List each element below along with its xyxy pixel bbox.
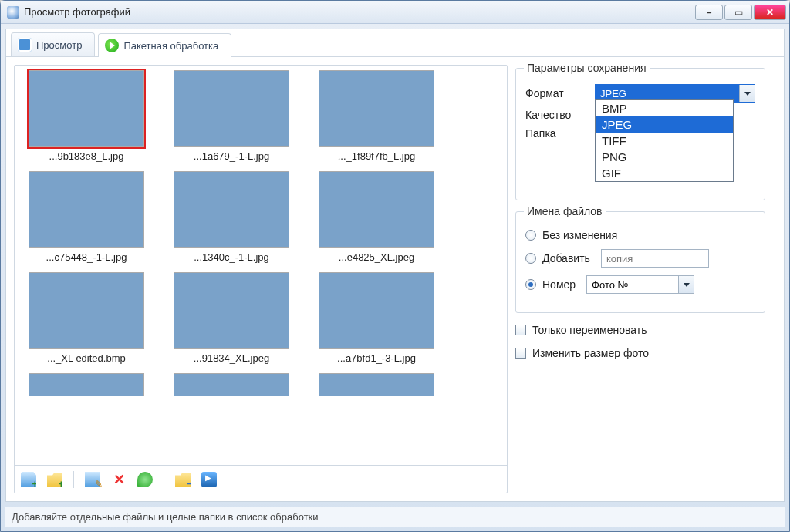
thumbnail-filename: ...a7bfd1_-3-L.jpg [312,352,441,364]
app-icon [7,6,19,19]
edit-icon[interactable] [85,472,100,487]
titlebar: Просмотр фотографий [1,1,789,24]
delete-icon[interactable]: ✕ [111,472,127,487]
combo-number-template[interactable]: Фото № [586,275,694,294]
thumbnail-grid[interactable]: ...9b183e8_L.jpg...1a679_-1-L.jpg..._1f8… [15,66,507,465]
label-folder: Папка [525,127,586,140]
dropdown-format[interactable]: BMPJPEGTIFFPNGGIF [595,99,734,182]
input-append-value: копия [606,253,633,264]
radio-keep-label: Без изменения [542,229,617,241]
thumbnail-item[interactable] [312,373,441,399]
app-window: Просмотр фотографий Просмотр Пакетная об… [0,0,790,532]
group-save-params: Параметры сохранения Формат JPEG BMPJPEG… [515,68,765,200]
thumbnail-item[interactable]: ...91834_XL.jpeg [167,272,295,364]
thumbnail-item[interactable] [167,373,295,399]
checkbox-rename-only-label: Только переименовать [532,324,647,336]
group-filenames: Имена файлов Без изменения Добавить копи… [515,211,765,313]
dropdown-option[interactable]: BMP [596,100,733,116]
thumbnail-image [29,70,144,147]
chevron-down-icon [739,85,755,102]
thumbnail-panel: ...9b183e8_L.jpg...1a679_-1-L.jpg..._1f8… [14,65,508,493]
thumbnail-filename: ...1a679_-1-L.jpg [167,150,295,162]
thumbnail-image [319,171,434,248]
thumbnail-image [174,70,289,147]
thumbnail-toolbar: ✕ [15,465,507,493]
thumbnail-item[interactable]: ...e4825_XL.jpeg [312,171,441,263]
window-title: Просмотр фотографий [24,6,695,18]
dropdown-option[interactable]: TIFF [596,133,733,149]
radio-keep[interactable] [525,230,536,241]
thumbnail-image [29,373,144,396]
checkbox-rename-only[interactable] [515,325,526,335]
toolbar-separator [73,471,74,488]
thumbnail-filename: ...c75448_-1-L.jpg [22,251,150,263]
chevron-down-icon [678,276,694,293]
thumbnail-image [29,272,144,349]
tab-view[interactable]: Просмотр [11,32,95,56]
run-icon[interactable] [201,472,217,487]
thumbnail-image [174,272,289,349]
thumbnail-item[interactable]: ...1a679_-1-L.jpg [167,70,295,162]
tab-batch-label: Пакетная обработка [123,40,218,52]
dropdown-option[interactable]: PNG [596,149,733,165]
status-text: Добавляйте отдельные файлы и целые папки… [12,511,319,523]
play-icon [105,39,119,52]
window-minimize-button[interactable] [695,5,723,20]
label-format: Формат [525,87,586,99]
thumbnail-item[interactable] [22,373,150,399]
status-bar: Добавляйте отдельные файлы и целые папки… [5,507,785,527]
window-close-button[interactable] [754,5,786,20]
window-maximize-button[interactable] [724,5,752,20]
add-image-icon[interactable] [21,472,36,487]
tabstrip: Просмотр Пакетная обработка [6,29,784,57]
thumbnail-image [29,171,144,248]
radio-append[interactable] [525,253,536,264]
radio-number[interactable] [525,279,536,290]
client-area: Просмотр Пакетная обработка ...9b183e8_L… [5,29,785,502]
thumbnail-item[interactable]: ...9b183e8_L.jpg [22,70,150,162]
checkbox-resize[interactable] [515,348,526,359]
add-folder-icon[interactable] [47,472,62,487]
input-append-suffix[interactable]: копия [601,249,709,268]
tab-view-label: Просмотр [36,39,82,51]
thumbnail-image [319,70,434,147]
thumbnail-filename: ...9b183e8_L.jpg [22,150,150,162]
thumbnail-image [319,373,434,396]
thumbnail-image [174,171,289,248]
thumbnail-filename: ..._1f89f7fb_L.jpg [312,150,441,162]
thumbnail-image [174,373,289,396]
thumbnail-filename: ...91834_XL.jpeg [167,352,295,364]
clear-icon[interactable] [137,472,153,487]
combo-number-value: Фото № [592,279,628,291]
checkbox-resize-label: Изменить размер фото [532,347,649,359]
combo-format-value: JPEG [600,88,626,99]
radio-number-label: Номер [542,278,576,291]
thumbnail-filename: ...1340c_-1-L.jpg [167,251,295,263]
label-quality: Качество [525,109,586,121]
tab-batch[interactable]: Пакетная обработка [98,33,231,57]
toolbar-separator [164,471,164,488]
output-folder-icon[interactable] [175,472,191,487]
thumbnail-item[interactable]: ...c75448_-1-L.jpg [22,171,150,263]
thumbnail-filename: ...e4825_XL.jpeg [312,251,441,263]
thumbnail-item[interactable]: ..._1f89f7fb_L.jpg [312,70,441,162]
dropdown-option[interactable]: JPEG [596,116,733,133]
thumbnail-item[interactable]: ...a7bfd1_-3-L.jpg [312,272,441,364]
thumbnail-image [319,272,434,349]
thumbnail-item[interactable]: ..._XL edited.bmp [22,272,150,364]
radio-append-label: Добавить [542,252,590,264]
group-filenames-title: Имена файлов [524,205,606,217]
options-panel: Параметры сохранения Формат JPEG BMPJPEG… [512,65,776,493]
dropdown-option[interactable]: GIF [596,165,733,181]
photo-icon [18,38,32,52]
thumbnail-filename: ..._XL edited.bmp [22,352,150,364]
group-save-title: Параметры сохранения [524,62,650,74]
thumbnail-item[interactable]: ...1340c_-1-L.jpg [167,171,295,263]
